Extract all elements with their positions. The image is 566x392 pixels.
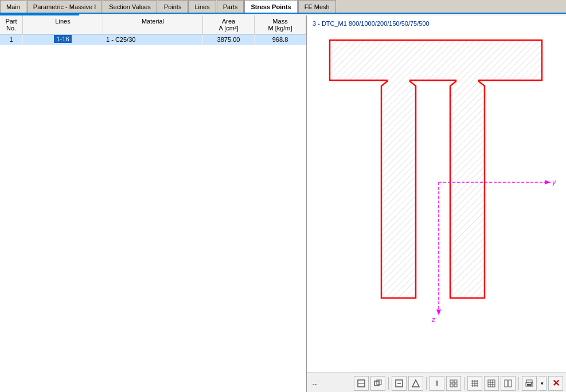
tab-lines[interactable]: Lines xyxy=(188,0,216,13)
svg-rect-14 xyxy=(450,380,453,383)
toolbar-btn-I[interactable]: I xyxy=(430,376,444,391)
lines-value: 1-16 xyxy=(54,35,71,43)
svg-rect-29 xyxy=(505,380,508,387)
svg-marker-13 xyxy=(412,380,419,387)
toolbar-sep-3 xyxy=(464,377,464,390)
toolbar-sep-2 xyxy=(426,377,427,390)
toolbar-sep-1 xyxy=(388,377,389,390)
tab-main[interactable]: Main xyxy=(0,0,26,13)
toolbar-btn-close[interactable]: ✕ xyxy=(548,376,563,391)
status-text: -- xyxy=(310,380,352,387)
toolbar-print-arrow[interactable]: ▾ xyxy=(538,376,547,391)
cell-lines: 1-16 xyxy=(23,34,103,45)
svg-rect-30 xyxy=(509,380,512,387)
tab-points[interactable]: Points xyxy=(158,0,188,13)
table-header: Part No. Lines Material Area A [cm²] Mas… xyxy=(0,15,306,34)
section-shape-svg: y z xyxy=(324,34,565,332)
col-header-partno: Part No. xyxy=(0,15,23,34)
cell-mass: 968.8 xyxy=(255,34,306,45)
drawing-title: 3 - DTC_M1 800/1000/200/150/50/75/500 xyxy=(307,15,566,32)
col-header-lines: Lines xyxy=(23,15,103,34)
svg-rect-24 xyxy=(488,380,495,387)
tab-parametric[interactable]: Parametric - Massive I xyxy=(27,0,102,13)
table-body: 1 1-16 1 - C25/30 3875.00 968.8 xyxy=(0,34,306,392)
svg-marker-4 xyxy=(436,309,441,315)
left-panel: Part No. Lines Material Area A [cm²] Mas… xyxy=(0,15,307,392)
toolbar-btn-triangle[interactable] xyxy=(408,376,423,391)
cell-partno: 1 xyxy=(0,34,23,45)
cell-material: 1 - C25/30 xyxy=(103,34,203,45)
bottom-bar: -- I xyxy=(307,372,566,392)
svg-rect-17 xyxy=(454,384,457,387)
right-panel: 3 - DTC_M1 800/1000/200/150/50/75/500 xyxy=(307,15,566,392)
tab-parts[interactable]: Parts xyxy=(217,0,244,13)
toolbar-btn-3[interactable] xyxy=(392,376,407,391)
toolbar-btn-squares[interactable] xyxy=(501,376,516,391)
svg-marker-3 xyxy=(545,180,551,185)
col-header-material: Material xyxy=(103,15,203,34)
table-row[interactable]: 1 1-16 1 - C25/30 3875.00 968.8 xyxy=(0,34,306,45)
col-header-area: Area A [cm²] xyxy=(203,15,255,34)
toolbar-btn-grid2[interactable] xyxy=(467,376,482,391)
toolbar-btn-2[interactable] xyxy=(370,376,385,391)
svg-rect-15 xyxy=(454,380,457,383)
tab-section-values[interactable]: Section Values xyxy=(103,0,157,13)
tab-bar: Main Parametric - Massive I Section Valu… xyxy=(0,0,566,14)
tab-fe-mesh[interactable]: FE Mesh xyxy=(298,0,336,13)
svg-text:y: y xyxy=(552,178,556,186)
tab-stress-points[interactable]: Stress Points xyxy=(244,0,297,13)
toolbar-btn-1[interactable] xyxy=(354,376,369,391)
toolbar-btn-grid1[interactable] xyxy=(446,376,461,391)
svg-rect-16 xyxy=(450,384,453,387)
toolbar-btn-print[interactable] xyxy=(522,376,537,391)
svg-text:z: z xyxy=(431,316,436,324)
toolbar-sep-4 xyxy=(518,377,519,390)
col-header-mass: Mass M [kg/m] xyxy=(255,15,306,34)
drawing-area[interactable]: y z xyxy=(307,32,566,372)
toolbar-btn-table[interactable] xyxy=(484,376,499,391)
svg-rect-33 xyxy=(527,384,532,386)
cell-area: 3875.00 xyxy=(203,34,255,45)
svg-point-34 xyxy=(531,383,532,384)
